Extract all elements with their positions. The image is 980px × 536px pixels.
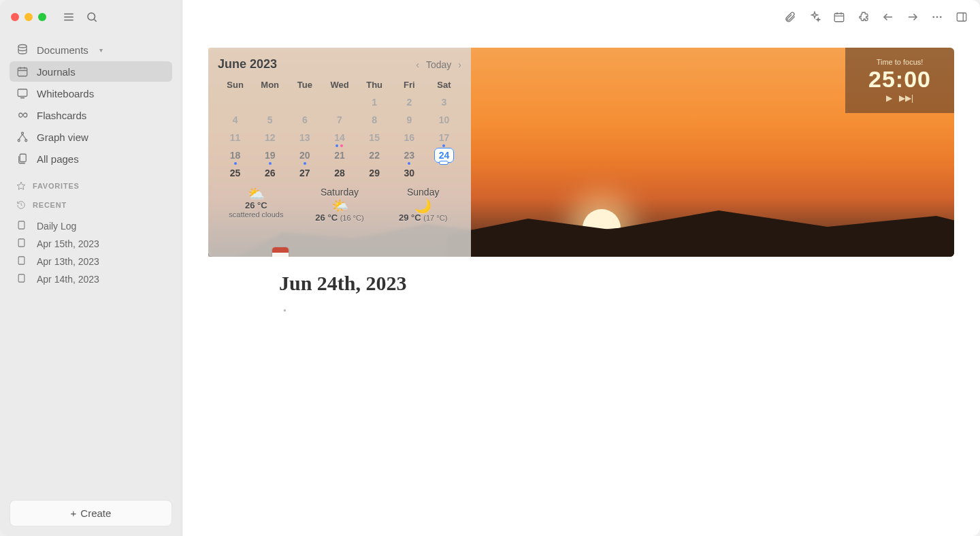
calendar-day[interactable]: 8 (357, 112, 392, 129)
calendar-next-icon[interactable]: › (458, 59, 461, 70)
calendar-day[interactable]: 27 (287, 165, 322, 183)
weather-today: ⛅ 26 °C scattered clouds (220, 187, 292, 223)
skip-icon[interactable]: ▶▶| (899, 93, 913, 103)
calendar-day[interactable]: 9 (392, 112, 427, 129)
minimize-window[interactable] (24, 13, 33, 21)
sparkle-icon[interactable] (808, 11, 821, 23)
page-icon (16, 273, 29, 285)
calendar-day[interactable]: 24 (427, 147, 461, 165)
recent-label: Apr 15th, 2023 (37, 238, 99, 249)
more-icon[interactable] (931, 11, 943, 23)
recent-item[interactable]: Apr 14th, 2023 (10, 271, 172, 287)
maximize-window[interactable] (38, 13, 46, 21)
calendar-day[interactable]: 17 (427, 129, 461, 147)
nav-documents[interactable]: Documents ▾ (10, 40, 172, 60)
nav-label: Whiteboards (37, 88, 94, 99)
calendar-day-header: Sat (427, 77, 461, 94)
pomodoro-timer[interactable]: Time to focus! 25:00 ▶ ▶▶| (845, 48, 954, 113)
calendar-day[interactable]: 1 (357, 94, 392, 112)
content: June 2023 ‹ Today › SunMonTueWedThuFriSa… (182, 34, 980, 536)
calendar-title: June 2023 (218, 57, 277, 72)
create-button[interactable]: + Create (10, 500, 172, 526)
page-icon (16, 220, 29, 232)
calendar-day[interactable]: 13 (287, 129, 322, 147)
plugin-icon[interactable] (858, 11, 870, 23)
calendar-day[interactable]: 3 (427, 94, 461, 112)
calendar-prev-icon[interactable]: ‹ (416, 59, 419, 70)
window-titlebar (0, 0, 182, 34)
back-icon[interactable] (882, 11, 894, 23)
nav-flashcards[interactable]: Flashcards (10, 105, 172, 125)
nav-graph[interactable]: Graph view (10, 127, 172, 147)
panel-right-icon[interactable] (956, 11, 968, 23)
calendar-day-header: Sun (218, 77, 252, 94)
svg-point-32 (936, 16, 938, 18)
chevron-down-icon: ▾ (99, 46, 103, 54)
infinity-icon (16, 109, 29, 121)
calendar-day[interactable]: 15 (357, 129, 392, 147)
weather-day: Sunday (387, 187, 459, 198)
calendar-day[interactable]: 30 (392, 165, 427, 183)
calendar-day (287, 94, 322, 112)
calendar-day[interactable]: 21 (322, 147, 357, 165)
menu-icon[interactable] (60, 8, 78, 26)
calendar-day[interactable]: 25 (218, 165, 252, 183)
calendar-day[interactable]: 23 (392, 147, 427, 165)
calendar-day[interactable]: 28 (322, 165, 357, 183)
calendar-day[interactable]: 29 (357, 165, 392, 183)
date-badge[interactable]: 17 (272, 247, 289, 257)
page-icon (16, 255, 29, 268)
recent-item[interactable]: Apr 13th, 2023 (10, 253, 172, 270)
svg-point-31 (932, 16, 934, 18)
weather-temp: 26 °C (315, 212, 338, 223)
pomodoro-controls: ▶ ▶▶| (886, 93, 913, 103)
play-icon[interactable]: ▶ (886, 93, 892, 103)
nav-label: Documents (37, 44, 88, 56)
calendar-day[interactable]: 26 (252, 165, 287, 183)
recent-header[interactable]: RECENT (0, 193, 182, 212)
calendar-day[interactable]: 19 (252, 147, 287, 165)
weather-icon: 🌤️ (331, 198, 348, 213)
forward-icon[interactable] (906, 11, 919, 23)
recent-item[interactable]: Apr 15th, 2023 (10, 236, 172, 252)
calendar-day[interactable]: 12 (252, 129, 287, 147)
calendar-day[interactable]: 4 (218, 112, 252, 129)
calendar-day[interactable]: 6 (287, 112, 322, 129)
calendar-day[interactable]: 11 (218, 129, 252, 147)
calendar-day[interactable]: 22 (357, 147, 392, 165)
database-icon (16, 44, 29, 56)
favorites-header[interactable]: FAVORITES (0, 174, 182, 193)
search-icon[interactable] (83, 8, 101, 26)
close-window[interactable] (11, 13, 19, 21)
calendar-day (252, 94, 287, 112)
calendar-day[interactable]: 18 (218, 147, 252, 165)
history-icon (16, 200, 26, 210)
calendar-day[interactable]: 2 (392, 94, 427, 112)
nav-all-pages[interactable]: All pages (10, 148, 172, 169)
attachment-icon[interactable] (784, 11, 796, 23)
calendar-day[interactable]: 14 (322, 129, 357, 147)
calendar-day[interactable]: 5 (252, 112, 287, 129)
weather-saturday: Saturday 🌤️ 26 °C (16 °C) (304, 187, 376, 223)
calendar-day[interactable]: 16 (392, 129, 427, 147)
recent-item[interactable]: Daily Log (10, 218, 172, 234)
svg-point-5 (18, 45, 27, 48)
weather-icon: 🌙 (414, 198, 431, 213)
section-label: RECENT (33, 201, 67, 209)
calendar-today-button[interactable]: Today (426, 59, 451, 70)
editor-block[interactable]: ● (283, 307, 954, 313)
nav-whiteboards[interactable]: Whiteboards (10, 83, 172, 104)
weather-sunday: Sunday 🌙 29 °C (17 °C) (387, 187, 459, 223)
recent-label: Daily Log (37, 221, 76, 232)
calendar-widget: June 2023 ‹ Today › SunMonTueWedThuFriSa… (208, 48, 471, 257)
nav-journals[interactable]: Journals (10, 61, 172, 82)
calendar-day[interactable]: 7 (322, 112, 357, 129)
calendar-toolbar-icon[interactable] (833, 11, 845, 23)
calendar-day[interactable]: 20 (287, 147, 322, 165)
calendar-day[interactable]: 10 (427, 112, 461, 129)
topbar (182, 0, 980, 34)
traffic-lights (11, 13, 46, 21)
svg-rect-10 (18, 89, 27, 97)
pages-icon (16, 153, 29, 165)
whiteboard-icon (16, 87, 29, 99)
